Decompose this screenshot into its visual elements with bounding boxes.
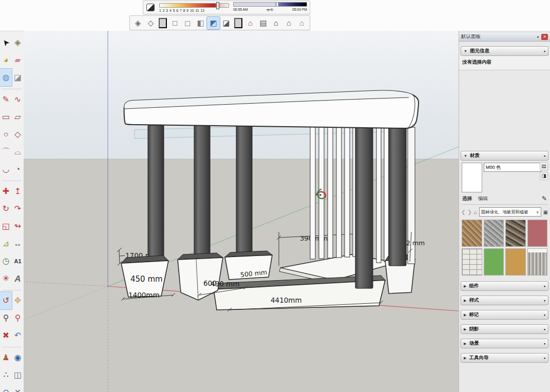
style-button-shaded[interactable]: ◧ <box>194 17 207 29</box>
shadow-time-slider[interactable]: 06:55 AM 中午 05:00 PM <box>233 2 307 13</box>
tool-pie[interactable]: ◔ <box>12 161 24 178</box>
tool-section-plane[interactable]: ◫ <box>12 366 24 384</box>
tool-rotate[interactable]: ↻ <box>0 200 12 218</box>
style-button-view-front[interactable]: ⌂ <box>270 17 282 29</box>
tool-3d-text[interactable]: A <box>12 270 24 287</box>
tool-protractor[interactable]: ◷ <box>0 252 12 270</box>
tool-walk[interactable]: ∴ <box>0 366 12 384</box>
section-shadows[interactable]: ▶ 阴影 ▪ <box>461 324 548 334</box>
tool-zoom-extents[interactable]: ✖ <box>0 327 12 344</box>
swatch-fence-gray[interactable] <box>527 248 548 276</box>
materials-header[interactable]: ▼ 材质 ▪ <box>461 151 548 161</box>
tab-edit[interactable]: 编辑 <box>478 195 488 202</box>
tool-position-camera[interactable]: ♟ <box>0 349 12 366</box>
tool-rotated-rectangle[interactable]: ▱ <box>12 108 24 126</box>
tool-freehand[interactable]: ∿ <box>12 91 24 108</box>
section-instructor[interactable]: ▶ 工具向导 ▪ <box>461 353 548 363</box>
time-slider-track[interactable] <box>233 2 307 7</box>
tool-text[interactable]: A1 <box>12 252 24 270</box>
style-button-view-top[interactable]: ▤ <box>257 17 270 29</box>
section-close-icon[interactable]: ▪ <box>544 284 545 289</box>
tool-dimension[interactable]: ↔ <box>12 235 24 252</box>
swatch-gravel-brown[interactable] <box>462 220 482 247</box>
tool-polygon[interactable]: ◇ <box>12 126 24 143</box>
tool-follow-me[interactable]: ↷ <box>12 200 24 218</box>
section-components[interactable]: ▶ 组件 ▪ <box>461 281 548 291</box>
tool-soften-edges[interactable]: ◍ <box>0 69 12 86</box>
tool-solid-tools[interactable]: ◪ <box>12 69 24 86</box>
style-button-back-edges[interactable]: ◇ <box>144 17 157 29</box>
swatch-sand-tan[interactable] <box>505 248 526 276</box>
tool-rectangle[interactable]: ▭ <box>0 108 12 126</box>
panel-title: 默认面板 <box>461 33 535 40</box>
style-button-wireframe[interactable]: □ <box>168 17 181 29</box>
style-button-xray[interactable]: ◈ <box>131 17 144 29</box>
section-close-icon[interactable]: ▪ <box>544 49 545 54</box>
tool-two-point-arc[interactable]: ⌓ <box>12 143 24 161</box>
style-button-shaded-with-textures[interactable]: ◩ <box>207 17 220 29</box>
tool-push-pull[interactable]: ↥ <box>12 183 24 200</box>
shadow-date-slider[interactable]: 1 2 3 4 5 6 7 8 9 10 11 12 <box>159 3 229 12</box>
tool-unknown-tool-b[interactable]: ✕ <box>12 384 24 392</box>
material-name-input[interactable] <box>484 163 541 172</box>
material-preview <box>462 163 482 192</box>
tool-scale[interactable]: ◱ <box>0 218 12 235</box>
tool-paint-bucket[interactable]: ◕ <box>0 51 12 69</box>
forward-icon[interactable]: ❯ <box>467 209 471 215</box>
detail-icon[interactable]: ▣ <box>543 209 548 215</box>
home-icon[interactable]: ⌂ <box>474 209 477 215</box>
style-button-view-iso[interactable]: ⌂ <box>244 17 257 29</box>
create-material-button[interactable]: ▤ <box>540 162 548 170</box>
section-close-icon[interactable]: ▪ <box>544 153 545 159</box>
section-scenes[interactable]: ▶ 场景 ▪ <box>461 339 548 348</box>
tool-move[interactable]: ✚ <box>0 183 12 200</box>
section-close-icon[interactable]: ▪ <box>544 356 545 361</box>
section-styles[interactable]: ▶ 样式 ▪ <box>461 296 548 305</box>
section-tags[interactable]: ▶ 标记 ▪ <box>461 310 548 320</box>
section-close-icon[interactable]: ▪ <box>544 298 545 303</box>
date-slider-track[interactable] <box>159 3 229 8</box>
tool-line[interactable]: ✎ <box>0 91 12 108</box>
back-icon[interactable]: ❮ <box>461 209 465 215</box>
pin-icon[interactable]: ▪ <box>537 34 539 40</box>
tool-circle[interactable]: ○ <box>0 126 12 143</box>
viewport-3d[interactable]: 390 mm 1700 mm <box>24 31 459 392</box>
panel-titlebar[interactable]: 默认面板 ▪ ✕ <box>459 32 550 42</box>
swatch-gravel-gray[interactable] <box>484 220 504 247</box>
swatch-rose[interactable] <box>527 220 548 247</box>
tool-zoom[interactable]: ⚲ <box>0 309 12 327</box>
style-button-view-right[interactable]: ⌂ <box>282 17 295 29</box>
tool-axes[interactable]: ✳ <box>0 270 12 287</box>
tool-unknown-tool-a[interactable]: ⊙ <box>0 384 12 392</box>
date-slider-handle[interactable] <box>216 2 219 9</box>
style-button-hidden-line[interactable]: ◻ <box>181 17 194 29</box>
tab-select[interactable]: 选择 <box>462 195 472 202</box>
collapse-icon[interactable]: ▼ <box>464 154 467 158</box>
tool-look-around[interactable]: ◉ <box>12 349 24 366</box>
tool-tape-measure[interactable]: ⊿ <box>0 235 12 252</box>
tool-arc[interactable]: ⌒ <box>0 143 12 161</box>
set-texture-button[interactable]: ◨ <box>540 172 548 180</box>
material-category-dropdown[interactable]: 园林绿化、地被层和植被 ∨ <box>479 207 541 217</box>
material-swatches <box>461 219 548 277</box>
swatch-pavers-white[interactable] <box>462 248 482 276</box>
shadow-settings-button[interactable] <box>146 3 155 12</box>
tool-eraser[interactable]: ▰ <box>12 51 24 69</box>
style-button-view-back[interactable]: ⌂ <box>295 17 308 29</box>
entity-info-header[interactable]: ▼ 图元信息 ▪ <box>461 46 548 56</box>
section-close-icon[interactable]: ▪ <box>544 327 545 332</box>
swatch-grass-green[interactable] <box>484 248 504 276</box>
tool-pan[interactable]: ✥ <box>12 292 24 309</box>
swatch-rock-dark[interactable] <box>505 220 526 247</box>
tool-offset[interactable]: ↬ <box>12 218 24 235</box>
panel-close-button[interactable]: ✕ <box>541 34 548 40</box>
section-close-icon[interactable]: ▪ <box>544 312 545 318</box>
collapse-icon[interactable]: ▼ <box>464 49 467 53</box>
tool-three-point-arc[interactable]: ◡ <box>0 161 12 178</box>
sample-paint-icon[interactable]: ✎ <box>542 195 547 202</box>
style-button-monochrome[interactable]: ◪ <box>220 17 233 29</box>
tool-zoom-window[interactable]: ⚲ <box>12 309 24 327</box>
tool-orbit[interactable]: ↺ <box>0 292 12 309</box>
tool-previous-view[interactable]: ↶ <box>12 327 24 344</box>
section-close-icon[interactable]: ▪ <box>544 341 545 346</box>
